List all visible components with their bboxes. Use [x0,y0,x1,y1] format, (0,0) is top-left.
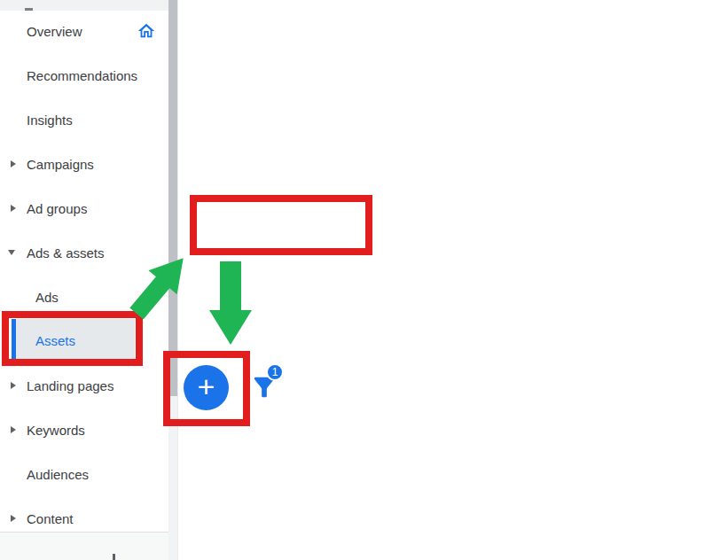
sidebar-item-label: Recommendations [0,68,137,83]
sidebar-item-ads[interactable]: Ads [0,275,168,319]
sidebar-item-label: Landing pages [0,378,114,393]
sidebar-item-keywords[interactable]: Keywords [0,408,168,452]
home-icon [137,21,156,41]
sidebar-item-label: Ads [0,290,59,305]
chevron-down-icon [8,250,15,255]
chevron-right-icon [11,382,16,389]
sidebar-item-label: Audiences [0,467,89,482]
sidebar-item-campaigns[interactable]: Campaigns [0,142,168,186]
sidebar-item-label: Overview [0,24,82,39]
sidebar-nav: Overview Recommendations Insights Campai… [0,0,168,560]
sidebar-item-label: Ads & assets [0,245,105,261]
main-content [177,0,728,560]
sidebar-item-label: Assets [12,333,75,348]
sidebar-item-recommendations[interactable]: Recommendations [0,53,168,97]
google-ads-assets-page: Overview Recommendations Insights Campai… [0,0,728,560]
sidebar-item-landing-pages[interactable]: Landing pages [0,363,168,408]
sidebar-item-label: Insights [0,113,73,128]
add-asset-button[interactable]: + [184,365,229,410]
chevron-right-icon [11,426,16,433]
sidebar-item-audiences[interactable]: Audiences [0,452,168,496]
sidebar-footer [0,533,168,560]
sidebar-item-ads-and-assets[interactable]: Ads & assets [0,230,168,275]
sidebar-item-insights[interactable]: Insights [0,97,168,142]
sidebar-item-assets-selected[interactable]: Assets [12,319,135,362]
sidebar-item-ad-groups[interactable]: Ad groups [0,186,168,230]
chevron-right-icon [11,205,16,212]
plus-icon: + [198,371,215,401]
chevron-right-icon [11,515,16,522]
selected-indicator-bar [12,319,16,362]
filter-count-badge: 1 [266,363,284,381]
sidebar-scrollbar-thumb[interactable] [168,0,177,396]
cut-off-element [113,554,115,560]
chevron-right-icon [11,160,16,167]
